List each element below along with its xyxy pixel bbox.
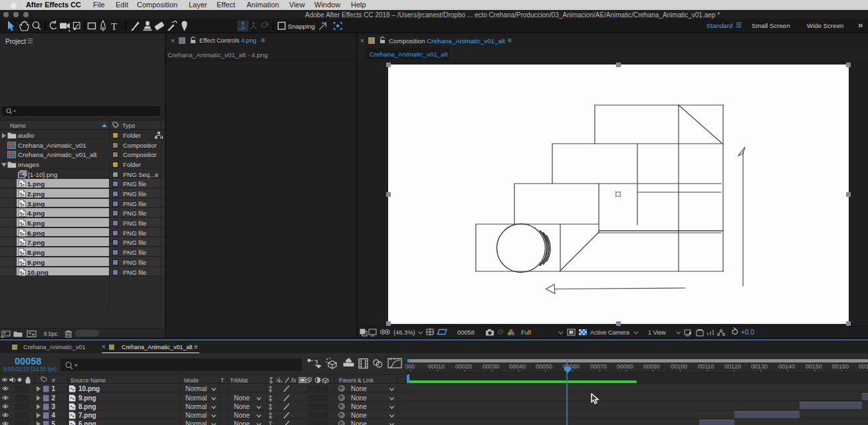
svg-text:None: None [351,412,367,419]
svg-text:(46.3%): (46.3%) [393,329,415,336]
svg-text:T: T [111,21,117,32]
svg-text:Full: Full [521,329,531,336]
svg-text:fx: fx [291,376,297,384]
svg-text:8 bpc: 8 bpc [44,331,58,337]
svg-text:3: 3 [51,403,55,410]
svg-text:00058: 00058 [457,329,475,336]
svg-text:1: 1 [51,385,55,392]
svg-text:6.png: 6.png [78,420,96,425]
svg-text:None: None [351,394,367,402]
svg-text:1 View: 1 View [648,329,666,336]
svg-text:5: 5 [51,420,55,425]
svg-text:Active Camera: Active Camera [590,329,629,336]
svg-text:T: T [221,377,225,384]
svg-text:None: None [234,403,250,410]
svg-text:4: 4 [51,412,55,419]
svg-text:10.png: 10.png [78,385,100,392]
svg-text:Normal: Normal [185,420,207,425]
svg-text:9.png: 9.png [78,394,96,402]
svg-text:Snapping: Snapping [288,23,315,30]
svg-text:Normal: Normal [185,394,207,402]
svg-text:None: None [234,412,250,419]
svg-text:None: None [351,403,367,410]
svg-text:Normal: Normal [185,412,207,419]
svg-text:TrkMat: TrkMat [230,377,248,384]
svg-text:None: None [351,385,367,392]
svg-text:+0.0: +0.0 [741,329,754,336]
svg-text:2: 2 [51,394,55,402]
svg-text:None: None [234,420,250,425]
svg-text:Parent & Link: Parent & Link [339,377,374,384]
svg-text:7.png: 7.png [78,412,96,419]
svg-text:Source Name: Source Name [70,377,106,384]
svg-text:Normal: Normal [185,385,207,392]
svg-text:None: None [234,394,250,402]
svg-text:Mode: Mode [184,377,199,384]
svg-text:8.png: 8.png [78,403,96,410]
svg-text:#: # [52,377,55,384]
svg-text:None: None [351,420,367,425]
svg-text:Normal: Normal [185,403,207,410]
